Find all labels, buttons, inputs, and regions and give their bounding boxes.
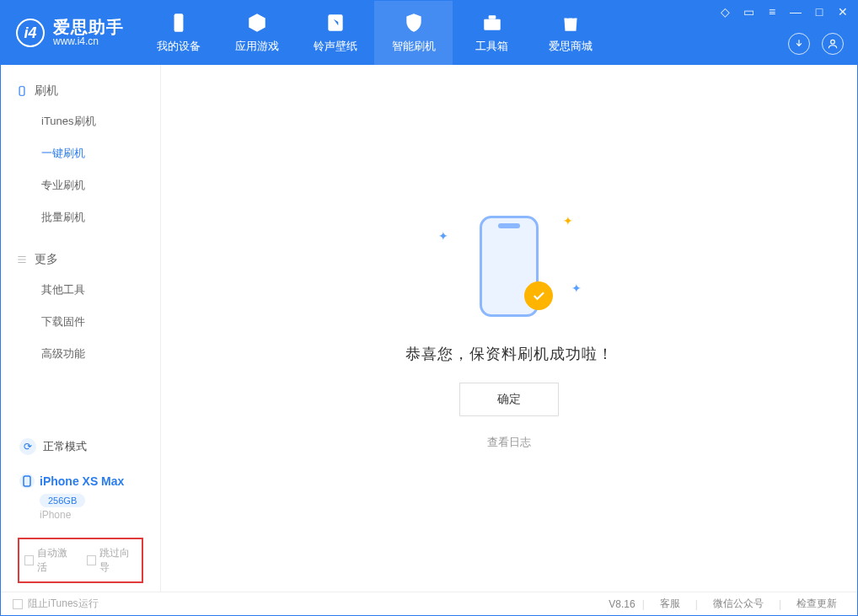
check-update-link[interactable]: 检查更新 — [788, 597, 845, 611]
sidebar-item-oneclick-flash[interactable]: 一键刷机 — [1, 137, 160, 169]
device-capacity: 256GB — [40, 494, 85, 507]
note-icon[interactable]: ▭ — [741, 4, 756, 19]
nav-apps-games[interactable]: 应用游戏 — [217, 1, 296, 65]
nav-label: 爱思商城 — [549, 39, 593, 54]
device-mode-card[interactable]: ⟳ 正常模式 — [11, 428, 150, 465]
device-small-icon — [19, 474, 35, 489]
checkbox-label: 自动激活 — [37, 546, 74, 575]
shield-icon — [403, 12, 425, 34]
checkbox-label: 阻止iTunes运行 — [28, 597, 99, 611]
download-button[interactable] — [788, 33, 810, 55]
checkbox-skip-guide[interactable]: 跳过向导 — [87, 546, 137, 575]
app-url: www.i4.cn — [53, 36, 124, 47]
bag-icon — [560, 12, 582, 34]
svg-point-4 — [831, 40, 835, 44]
svg-rect-1 — [328, 14, 342, 31]
svg-rect-6 — [24, 476, 30, 486]
device-mode-label: 正常模式 — [43, 439, 87, 454]
view-log-link[interactable]: 查看日志 — [487, 435, 531, 450]
phone-icon — [16, 85, 28, 97]
topbar: i4 爱思助手 www.i4.cn 我的设备 应用游戏 铃声壁纸 智能刷机 工具… — [1, 1, 857, 65]
separator: | — [642, 598, 645, 610]
close-button[interactable]: ✕ — [835, 4, 850, 19]
sparkle-icon: ✦ — [438, 229, 448, 243]
status-bar: 阻止iTunes运行 V8.16 | 客服 | 微信公众号 | 检查更新 — [1, 592, 857, 615]
minimize-button[interactable]: — — [788, 4, 803, 19]
user-controls — [788, 33, 844, 55]
support-link[interactable]: 客服 — [652, 597, 689, 611]
wechat-link[interactable]: 微信公众号 — [705, 597, 772, 611]
nav-my-device[interactable]: 我的设备 — [139, 1, 217, 65]
device-icon — [168, 12, 190, 34]
shirt-icon[interactable]: ◇ — [717, 4, 732, 19]
menu-icon[interactable]: ≡ — [764, 4, 780, 19]
sidebar-item-advanced[interactable]: 高级功能 — [1, 338, 160, 370]
sidebar-item-download-firmware[interactable]: 下载固件 — [1, 306, 160, 338]
success-illustration: ✦ ✦ ✦ — [433, 207, 585, 325]
device-info-card[interactable]: iPhone XS Max 256GB iPhone — [11, 465, 150, 529]
sidebar-item-itunes-flash[interactable]: iTunes刷机 — [1, 105, 160, 137]
app-name: 爱思助手 — [53, 18, 124, 36]
app-body: 刷机 iTunes刷机 一键刷机 专业刷机 批量刷机 更多 其他工具 下载固件 … — [1, 65, 857, 592]
sidebar-item-batch-flash[interactable]: 批量刷机 — [1, 201, 160, 233]
device-subtype: iPhone — [40, 509, 142, 521]
sparkle-icon: ✦ — [563, 214, 573, 228]
svg-rect-5 — [19, 87, 24, 96]
check-badge-icon — [524, 281, 553, 310]
main-nav: 我的设备 应用游戏 铃声壁纸 智能刷机 工具箱 爱思商城 — [139, 1, 609, 65]
device-name: iPhone XS Max — [40, 474, 124, 488]
checkbox-icon — [24, 555, 34, 565]
svg-rect-0 — [174, 13, 183, 32]
nav-ringtones[interactable]: 铃声壁纸 — [296, 1, 374, 65]
cube-icon — [246, 12, 268, 34]
sidebar-section-flash: 刷机 iTunes刷机 一键刷机 专业刷机 批量刷机 — [1, 65, 160, 233]
nav-label: 智能刷机 — [392, 39, 436, 54]
window-controls: ◇ ▭ ≡ — □ ✕ — [717, 4, 850, 19]
app-logo[interactable]: i4 爱思助手 www.i4.cn — [1, 1, 139, 65]
toolbox-icon — [481, 12, 503, 34]
sidebar-item-other-tools[interactable]: 其他工具 — [1, 274, 160, 306]
nav-label: 应用游戏 — [235, 39, 279, 54]
sidebar-head-more: 更多 — [1, 242, 160, 274]
nav-store[interactable]: 爱思商城 — [531, 1, 609, 65]
flash-options-box: 自动激活 跳过向导 — [18, 538, 143, 583]
nav-flash[interactable]: 智能刷机 — [374, 1, 453, 65]
svg-rect-2 — [484, 19, 501, 30]
user-button[interactable] — [822, 33, 844, 55]
checkbox-icon — [13, 599, 23, 609]
list-icon — [16, 254, 28, 265]
sidebar-head-flash: 刷机 — [1, 73, 160, 105]
app-version: V8.16 — [609, 598, 635, 610]
svg-rect-3 — [488, 15, 496, 19]
sidebar: 刷机 iTunes刷机 一键刷机 专业刷机 批量刷机 更多 其他工具 下载固件 … — [1, 65, 161, 592]
section-title: 刷机 — [35, 83, 58, 99]
nav-toolbox[interactable]: 工具箱 — [453, 1, 531, 65]
sparkle-icon: ✦ — [571, 281, 582, 295]
checkbox-label: 跳过向导 — [99, 546, 137, 575]
separator: | — [779, 598, 781, 610]
logo-icon: i4 — [16, 19, 45, 47]
sidebar-section-more: 更多 其他工具 下载固件 高级功能 — [1, 233, 160, 370]
sidebar-item-pro-flash[interactable]: 专业刷机 — [1, 169, 160, 201]
checkbox-block-itunes[interactable]: 阻止iTunes运行 — [13, 597, 602, 611]
checkbox-icon — [87, 555, 96, 565]
ok-button[interactable]: 确定 — [459, 383, 559, 416]
separator: | — [695, 598, 698, 610]
nav-label: 铃声壁纸 — [314, 39, 357, 54]
section-title: 更多 — [35, 252, 58, 267]
nav-label: 工具箱 — [475, 39, 508, 54]
success-message: 恭喜您，保资料刷机成功啦！ — [405, 344, 614, 364]
maximize-button[interactable]: □ — [812, 4, 827, 19]
mode-icon: ⟳ — [19, 438, 36, 455]
checkbox-auto-activate[interactable]: 自动激活 — [24, 546, 75, 575]
music-icon — [324, 12, 346, 34]
sidebar-footer: ⟳ 正常模式 iPhone XS Max 256GB iPhone 自动激活 — [1, 420, 160, 592]
nav-label: 我的设备 — [157, 39, 201, 54]
main-panel: ✦ ✦ ✦ 恭喜您，保资料刷机成功啦！ 确定 查看日志 — [161, 65, 857, 592]
